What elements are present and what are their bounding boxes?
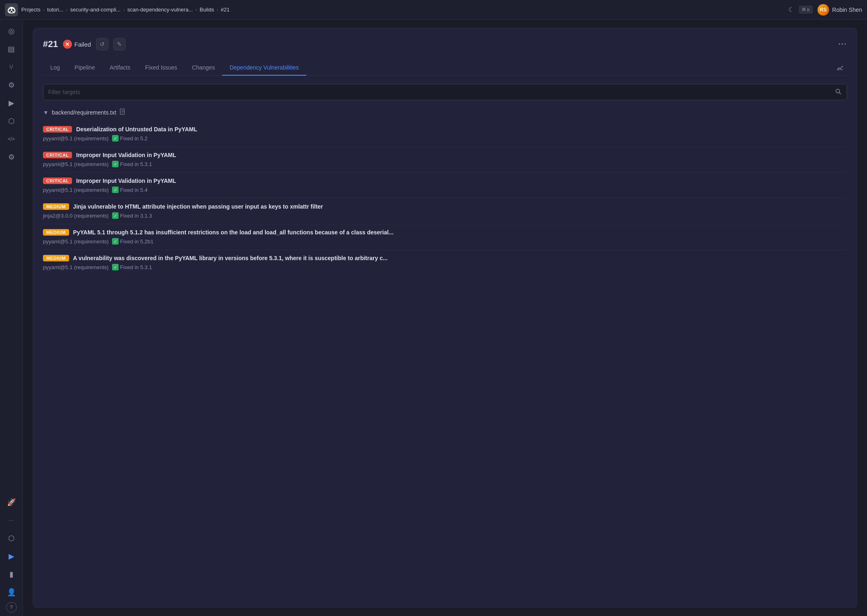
content-card: #21 ✕ Failed ↺ ✎ ··· Log Pipeline Artifa… — [33, 28, 857, 608]
fixed-in-text: Fixed in 5.3.1 — [120, 161, 152, 167]
tab-pipeline[interactable]: Pipeline — [67, 60, 102, 76]
fixed-check-icon: ✓ — [112, 161, 119, 167]
sidebar-item-settings[interactable]: ⚙ — [3, 149, 20, 165]
vuln-package: jinja2@3.0.0 (requirements) — [43, 213, 109, 219]
vuln-header: MEDIUM A vulnerability was discovered in… — [43, 255, 847, 261]
sidebar-item-user[interactable]: 👤 — [3, 584, 20, 600]
vuln-header: MEDIUM Jinja vulnerable to HTML attribut… — [43, 203, 847, 210]
vuln-header: MEDIUM PyYAML 5.1 through 5.1.2 has insu… — [43, 229, 847, 236]
breadcrumb-builds[interactable]: Builds — [200, 7, 214, 13]
fixed-badge: ✓ Fixed in 5.2 — [112, 135, 148, 142]
breadcrumb-scan[interactable]: scan-dependency-vulnera... — [127, 7, 193, 13]
svg-rect-0 — [837, 70, 843, 70]
vulnerability-list: CRITICAL Deserialization of Untrusted Da… — [43, 121, 847, 275]
failed-icon: ✕ — [63, 40, 72, 49]
fixed-badge: ✓ Fixed in 5.3.1 — [112, 264, 152, 270]
vulnerability-item: CRITICAL Improper Input Validation in Py… — [43, 173, 847, 198]
filename: backend/requirements.txt — [52, 109, 116, 116]
file-document-icon — [119, 108, 126, 116]
vuln-header: CRITICAL Improper Input Validation in Py… — [43, 152, 847, 158]
fixed-check-icon: ✓ — [112, 135, 119, 142]
breadcrumb-build-number: #21 — [221, 7, 230, 13]
vulnerability-item: MEDIUM A vulnerability was discovered in… — [43, 250, 847, 275]
build-header: #21 ✕ Failed ↺ ✎ ··· — [43, 38, 847, 50]
vuln-meta: pyyaml@5.1 (requirements) ✓ Fixed in 5.3… — [43, 161, 847, 167]
vuln-package: pyyaml@5.1 (requirements) — [43, 135, 109, 142]
vuln-header: CRITICAL Deserialization of Untrusted Da… — [43, 126, 847, 133]
sidebar-item-help[interactable]: ? — [6, 602, 17, 613]
severity-badge: CRITICAL — [43, 126, 72, 133]
main-content: #21 ✕ Failed ↺ ✎ ··· Log Pipeline Artifa… — [23, 20, 867, 616]
vuln-meta: pyyaml@5.1 (requirements) ✓ Fixed in 5.4 — [43, 187, 847, 193]
user-menu[interactable]: RS Robin Shen — [818, 4, 862, 16]
tab-bar: Log Pipeline Artifacts Fixed Issues Chan… — [43, 60, 847, 76]
fixed-check-icon: ✓ — [112, 187, 119, 193]
vuln-package: pyyaml@5.1 (requirements) — [43, 187, 109, 193]
vuln-package: pyyaml@5.1 (requirements) — [43, 238, 109, 245]
severity-badge: CRITICAL — [43, 152, 72, 158]
vuln-meta: pyyaml@5.1 (requirements) ✓ Fixed in 5.2 — [43, 135, 847, 142]
fixed-badge: ✓ Fixed in 5.4 — [112, 187, 148, 193]
fixed-check-icon: ✓ — [112, 238, 119, 245]
vuln-title: A vulnerability was discovered in the Py… — [73, 255, 847, 261]
chart-toggle-button[interactable] — [833, 60, 847, 75]
vulnerability-item: CRITICAL Deserialization of Untrusted Da… — [43, 121, 847, 147]
tab-artifacts[interactable]: Artifacts — [102, 60, 138, 76]
keyboard-shortcut: ⌘K — [799, 6, 812, 13]
severity-badge: MEDIUM — [43, 203, 69, 210]
vuln-meta: jinja2@3.0.0 (requirements) ✓ Fixed in 3… — [43, 212, 847, 219]
fixed-in-text: Fixed in 5.2 — [120, 135, 148, 142]
filter-bar — [43, 84, 847, 100]
vulnerability-item: CRITICAL Improper Input Validation in Py… — [43, 147, 847, 173]
breadcrumb-security[interactable]: security-and-compli... — [70, 7, 121, 13]
more-options-button[interactable]: ··· — [838, 40, 847, 49]
tab-changes[interactable]: Changes — [184, 60, 222, 76]
edit-button[interactable]: ✎ — [113, 38, 126, 50]
fixed-in-text: Fixed in 5.4 — [120, 187, 148, 193]
breadcrumb: Projects › tutori... › security-and-comp… — [21, 7, 785, 13]
build-number: #21 — [43, 39, 58, 49]
build-status-text: Failed — [74, 41, 91, 48]
sidebar-item-package[interactable]: ⬡ — [3, 113, 20, 129]
sidebar-item-more[interactable]: ··· — [3, 512, 20, 528]
fixed-check-icon: ✓ — [112, 212, 119, 219]
fixed-check-icon: ✓ — [112, 264, 119, 270]
svg-line-2 — [839, 92, 841, 94]
vuln-title: PyYAML 5.1 through 5.1.2 has insufficien… — [73, 229, 847, 236]
sidebar-item-rocket[interactable]: 🚀 — [3, 494, 20, 510]
fixed-in-text: Fixed in 5.3.1 — [120, 264, 152, 270]
vuln-package: pyyaml@5.1 (requirements) — [43, 264, 109, 270]
severity-badge: MEDIUM — [43, 229, 69, 236]
tab-log[interactable]: Log — [43, 60, 67, 76]
sidebar-item-git[interactable]: ⬡ — [3, 530, 20, 546]
sidebar-item-code[interactable]: </> — [3, 131, 20, 147]
topbar: 🐼 Projects › tutori... › security-and-co… — [0, 0, 867, 20]
vuln-title: Improper Input Validation in PyYAML — [76, 152, 847, 158]
vuln-header: CRITICAL Improper Input Validation in Py… — [43, 178, 847, 184]
severity-badge: CRITICAL — [43, 178, 72, 184]
sidebar-item-merge[interactable]: ⑂ — [3, 59, 20, 75]
breadcrumb-tutorial[interactable]: tutori... — [47, 7, 63, 13]
app-logo: 🐼 — [5, 3, 18, 16]
vulnerability-item: MEDIUM PyYAML 5.1 through 5.1.2 has insu… — [43, 224, 847, 250]
sidebar-item-build[interactable]: ⚙ — [3, 77, 20, 93]
tab-dependency-vulnerabilities[interactable]: Dependency Vulnerabilities — [222, 60, 306, 76]
sidebar: ◎ ▤ ⑂ ⚙ ▶ ⬡ </> ⚙ 🚀 ··· ⬡ ▶ ▮ 👤 ? — [0, 20, 23, 616]
fixed-badge: ✓ Fixed in 5.3.1 — [112, 161, 152, 167]
sidebar-item-dashboard[interactable]: ◎ — [3, 23, 20, 39]
sidebar-item-deploy[interactable]: ▶ — [3, 95, 20, 111]
tab-fixed-issues[interactable]: Fixed Issues — [138, 60, 185, 76]
breadcrumb-projects[interactable]: Projects — [21, 7, 40, 13]
severity-badge: MEDIUM — [43, 255, 69, 261]
sidebar-item-pipeline-active[interactable]: ▶ — [3, 548, 20, 564]
sidebar-item-chart[interactable]: ▮ — [3, 566, 20, 582]
retry-button[interactable]: ↺ — [96, 38, 108, 50]
collapse-icon[interactable]: ▼ — [43, 109, 49, 116]
sidebar-item-table[interactable]: ▤ — [3, 41, 20, 57]
vuln-title: Improper Input Validation in PyYAML — [76, 178, 847, 184]
fixed-badge: ✓ Fixed in 5.2b1 — [112, 238, 154, 245]
filter-input[interactable] — [48, 89, 835, 95]
fixed-in-text: Fixed in 5.2b1 — [120, 238, 154, 245]
search-icon — [835, 88, 842, 96]
dark-mode-icon[interactable]: ☾ — [788, 6, 794, 13]
